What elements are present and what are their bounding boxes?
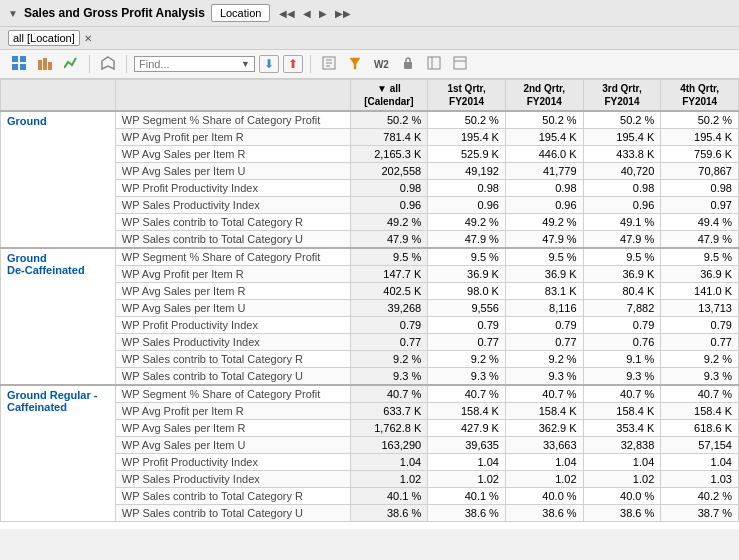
search-prev-btn[interactable]: ⬇ [259,55,279,73]
value-cell: 1.02 [428,471,506,488]
search-box: ▼ [134,56,255,72]
grid-view-btn[interactable] [8,53,30,75]
value-cell: 1.02 [505,471,583,488]
svg-rect-1 [20,56,26,62]
metric-label-cell: WP Segment % Share of Category Profit [115,248,350,266]
value-cell: 50.2 % [428,111,506,129]
word-wrap-btn[interactable]: W2 [370,56,393,73]
value-cell: 40.7 % [583,385,661,403]
value-cell: 0.79 [505,317,583,334]
value-cell: 195.4 K [661,129,739,146]
metric-label-cell: WP Avg Profit per Item R [115,129,350,146]
nav-next[interactable]: ▶ [316,7,330,20]
metric-label-cell: WP Sales Productivity Index [115,471,350,488]
metric-label-cell: WP Sales contrib to Total Category U [115,231,350,249]
value-cell: 618.6 K [661,420,739,437]
col-metric-header [115,80,350,112]
value-cell: 0.98 [428,180,506,197]
nav-first[interactable]: ◀◀ [276,7,298,20]
metric-label-cell: WP Avg Profit per Item R [115,266,350,283]
value-cell: 50.2 % [350,111,428,129]
value-cell: 9.5 % [350,248,428,266]
settings-btn-2[interactable] [449,53,471,75]
value-cell: 9.3 % [350,368,428,386]
export-btn[interactable] [318,53,340,75]
lock-btn[interactable] [397,53,419,75]
value-cell: 0.79 [661,317,739,334]
value-cell: 36.9 K [505,266,583,283]
map-btn[interactable] [97,53,119,75]
value-cell: 40.1 % [428,488,506,505]
metric-label-cell: WP Avg Profit per Item R [115,403,350,420]
value-cell: 402.5 K [350,283,428,300]
value-cell: 40.2 % [661,488,739,505]
value-cell: 38.6 % [583,505,661,522]
nav-buttons: ◀◀ ◀ ▶ ▶▶ [276,7,354,20]
line-chart-btn[interactable] [60,53,82,75]
value-cell: 158.4 K [505,403,583,420]
value-cell: 0.97 [661,197,739,214]
nav-last[interactable]: ▶▶ [332,7,354,20]
svg-rect-3 [20,64,26,70]
value-cell: 9.1 % [583,351,661,368]
metric-label-cell: WP Segment % Share of Category Profit [115,111,350,129]
value-cell: 36.9 K [661,266,739,283]
table-row: GroundWP Segment % Share of Category Pro… [1,111,739,129]
value-cell: 36.9 K [428,266,506,283]
value-cell: 47.9 % [505,231,583,249]
value-cell: 50.2 % [505,111,583,129]
value-cell: 195.4 K [505,129,583,146]
value-cell: 2,165.3 K [350,146,428,163]
collapse-icon[interactable]: ▼ [8,8,18,19]
value-cell: 49.2 % [350,214,428,231]
search-input[interactable] [139,58,239,70]
value-cell: 80.4 K [583,283,661,300]
search-next-btn[interactable]: ⬆ [283,55,303,73]
page-title: Sales and Gross Profit Analysis [24,6,205,20]
value-cell: 49.2 % [505,214,583,231]
metric-label-cell: WP Avg Sales per Item U [115,300,350,317]
value-cell: 433.8 K [583,146,661,163]
value-cell: 158.4 K [428,403,506,420]
value-cell: 1.02 [583,471,661,488]
value-cell: 9.5 % [661,248,739,266]
search-dropdown-icon[interactable]: ▼ [241,59,250,69]
value-cell: 633.7 K [350,403,428,420]
metric-label-cell: WP Sales contrib to Total Category U [115,368,350,386]
svg-rect-2 [12,64,18,70]
value-cell: 40.7 % [661,385,739,403]
value-cell: 0.98 [505,180,583,197]
value-cell: 49.4 % [661,214,739,231]
filter-remove[interactable]: ✕ [84,33,92,44]
value-cell: 40.0 % [505,488,583,505]
value-cell: 36.9 K [583,266,661,283]
col-category-header [1,80,116,112]
filter-btn[interactable] [344,53,366,75]
value-cell: 781.4 K [350,129,428,146]
value-cell: 0.76 [583,334,661,351]
table-row: Ground Regular -CaffeinatedWP Segment % … [1,385,739,403]
value-cell: 0.96 [505,197,583,214]
value-cell: 8,116 [505,300,583,317]
value-cell: 1.04 [583,454,661,471]
value-cell: 0.98 [350,180,428,197]
value-cell: 57,154 [661,437,739,454]
category-cell: Ground [1,111,116,248]
value-cell: 1,762.8 K [350,420,428,437]
col-q4-header: 4th Qrtr,FY2014 [661,80,739,112]
filter-tag[interactable]: all [Location] [8,30,80,46]
value-cell: 32,838 [583,437,661,454]
data-table: ▼ all[Calendar] 1st Qrtr,FY2014 2nd Qrtr… [0,79,739,522]
location-button[interactable]: Location [211,4,271,22]
value-cell: 40.7 % [505,385,583,403]
bar-chart-btn[interactable] [34,53,56,75]
metric-label-cell: WP Sales contrib to Total Category R [115,351,350,368]
value-cell: 1.04 [505,454,583,471]
nav-prev[interactable]: ◀ [300,7,314,20]
value-cell: 38.6 % [350,505,428,522]
settings-btn-1[interactable] [423,53,445,75]
value-cell: 525.9 K [428,146,506,163]
category-cell: GroundDe-Caffeinated [1,248,116,385]
svg-marker-7 [102,57,114,69]
value-cell: 50.2 % [583,111,661,129]
